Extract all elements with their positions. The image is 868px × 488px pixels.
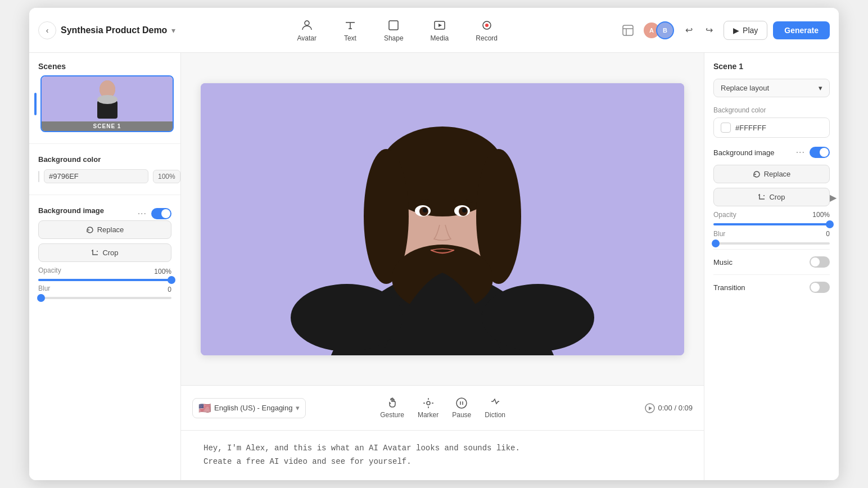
redo-button[interactable]: ↪	[700, 21, 718, 39]
undo-redo-group: ↩ ↪	[680, 21, 718, 39]
play-icon: ▶	[733, 26, 739, 35]
transcript-line-1: Hey, I'm Alex, and this is what an AI Av…	[204, 442, 681, 455]
diction-button[interactable]: Diction	[485, 397, 505, 419]
right-bg-image-toggle[interactable]	[810, 147, 830, 158]
bg-replace-button[interactable]: Replace	[38, 220, 171, 239]
bottom-tools: Gesture Marker Pause	[380, 397, 505, 419]
blur-slider-row: Blur 0	[38, 284, 171, 299]
right-replace-icon	[753, 170, 761, 178]
pause-label: Pause	[452, 411, 471, 419]
template-button[interactable]	[619, 21, 637, 39]
right-replace-label: Replace	[764, 170, 791, 178]
topbar: ‹ Synthesia Product Demo ▾ Avatar Text	[29, 8, 839, 53]
svg-point-26	[482, 284, 594, 351]
shape-icon	[387, 19, 400, 32]
scene-1-label: SCENE 1	[42, 121, 173, 131]
bg-image-toggle[interactable]	[151, 208, 171, 219]
right-transition-row: Transition	[713, 274, 830, 300]
right-crop-label: Crop	[769, 193, 785, 201]
language-chevron-icon: ▾	[296, 404, 300, 412]
background-image-section: Background image ··· Replace	[29, 200, 180, 309]
blur-slider[interactable]	[38, 297, 171, 299]
divider-2	[29, 195, 180, 195]
svg-point-28	[456, 398, 467, 408]
canvas-frame[interactable]	[201, 83, 684, 355]
color-swatch[interactable]	[38, 171, 39, 182]
bg-crop-button[interactable]: Crop	[38, 243, 171, 262]
transcript-area[interactable]: Hey, I'm Alex, and this is what an AI Av…	[181, 430, 704, 480]
right-bg-image-dots[interactable]: ···	[796, 147, 805, 157]
svg-point-5	[485, 24, 489, 27]
time-display: 0:00 / 0:09	[658, 404, 693, 412]
bg-image-dots-menu[interactable]: ···	[138, 209, 147, 219]
svg-point-27	[427, 401, 430, 405]
record-tool-button[interactable]: Record	[471, 16, 502, 44]
svg-rect-1	[389, 21, 398, 30]
scenes-header: Scenes	[29, 53, 180, 75]
right-bg-color-field[interactable]: #FFFFFF	[713, 118, 830, 138]
play-time: 0:00 / 0:09	[645, 403, 693, 413]
center-area: 🇺🇸 English (US) - Engaging ▾ Gesture	[181, 53, 704, 480]
right-replace-button[interactable]: Replace	[713, 165, 830, 183]
avatar-tool-label: Avatar	[297, 34, 316, 42]
opacity-slider-fill	[38, 279, 171, 281]
right-opacity-value: 100%	[812, 211, 830, 221]
color-opacity-badge: 100%	[153, 170, 180, 183]
bg-image-title: Background image	[38, 206, 104, 215]
media-tool-button[interactable]: Media	[426, 16, 454, 44]
text-icon	[343, 19, 357, 32]
right-opacity-slider-row: Opacity 100%	[713, 211, 830, 225]
gesture-button[interactable]: Gesture	[380, 397, 404, 419]
avatar-tool-button[interactable]: Avatar	[292, 16, 320, 44]
undo-button[interactable]: ↩	[680, 21, 698, 39]
scene-1-thumbnail[interactable]: SCENE 1	[40, 75, 174, 132]
marker-label: Marker	[418, 411, 438, 419]
text-tool-label: Text	[344, 34, 356, 42]
right-music-toggle[interactable]	[810, 256, 830, 268]
replace-layout-dropdown[interactable]: Replace layout ▾	[713, 79, 830, 97]
app-window: ‹ Synthesia Product Demo ▾ Avatar Text	[29, 8, 839, 480]
right-crop-button[interactable]: Crop	[713, 188, 830, 206]
opacity-slider-wrap	[38, 279, 171, 281]
marker-button[interactable]: Marker	[418, 397, 438, 419]
right-blur-thumb[interactable]	[712, 240, 720, 247]
topbar-tools: Avatar Text Shape	[175, 16, 619, 44]
right-blur-slider-row: Blur 0	[713, 230, 830, 245]
flag-icon: 🇺🇸	[198, 402, 211, 414]
right-transition-label: Transition	[713, 283, 745, 292]
media-icon	[433, 19, 446, 32]
left-panel: Scenes SCENE 1	[29, 53, 181, 480]
generate-label: Generate	[784, 26, 819, 35]
svg-point-23	[423, 208, 427, 213]
blur-slider-thumb[interactable]	[37, 294, 45, 302]
right-opacity-slider[interactable]	[713, 223, 830, 225]
svg-point-10	[97, 95, 117, 104]
main-body: Scenes SCENE 1	[29, 53, 839, 480]
back-button[interactable]: ‹	[38, 21, 56, 39]
text-tool-button[interactable]: Text	[339, 16, 361, 44]
shape-tool-button[interactable]: Shape	[379, 16, 408, 44]
svg-point-25	[291, 284, 403, 351]
generate-button[interactable]: Generate	[773, 21, 830, 39]
transcript-line-2: Create a free AI video and see for yours…	[204, 455, 681, 469]
topbar-right: A B ↩ ↪ ▶ Play Generate	[619, 21, 830, 40]
play-button[interactable]: ▶ Play	[724, 21, 767, 40]
media-tool-label: Media	[431, 34, 449, 42]
bottom-bar: 🇺🇸 English (US) - Engaging ▾ Gesture	[181, 385, 704, 430]
bg-image-controls: ···	[138, 208, 171, 219]
right-scene-title: Scene 1	[713, 62, 830, 71]
pause-button[interactable]: Pause	[452, 397, 471, 419]
right-blur-value: 0	[813, 230, 830, 240]
project-dropdown-icon[interactable]: ▾	[171, 26, 175, 35]
right-opacity-label: Opacity	[713, 211, 736, 219]
language-selector[interactable]: 🇺🇸 English (US) - Engaging ▾	[192, 398, 306, 418]
right-blur-slider[interactable]	[713, 242, 830, 245]
scene-avatar-preview	[91, 79, 124, 119]
language-label: English (US) - Engaging	[214, 404, 292, 412]
opacity-slider-thumb[interactable]	[168, 276, 175, 284]
right-opacity-thumb[interactable]	[826, 220, 834, 228]
right-crop-icon	[758, 193, 766, 201]
color-hex-input[interactable]: #9796EF	[44, 169, 148, 183]
right-transition-toggle[interactable]	[810, 282, 830, 293]
opacity-slider[interactable]	[38, 279, 171, 281]
